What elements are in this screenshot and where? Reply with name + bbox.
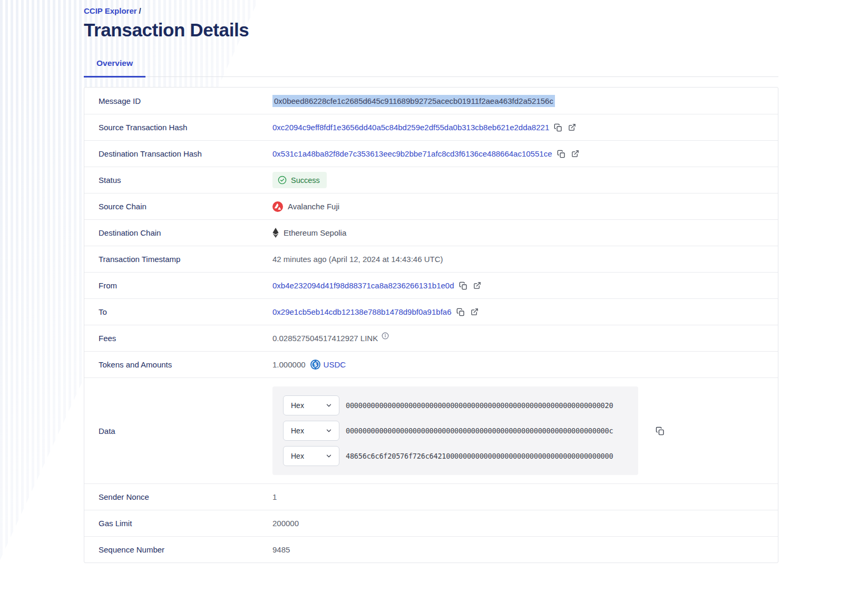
data-format-select[interactable]: Hex (283, 446, 339, 466)
tab-overview[interactable]: Overview (84, 59, 145, 77)
external-link-icon[interactable] (571, 150, 579, 158)
row-data: Data Hex 0000000000000000000000000000000… (84, 377, 778, 483)
status-value: Success (291, 176, 320, 185)
source-tx-hash-link[interactable]: 0xc2094c9eff8fdf1e3656dd40a5c84bd259e2df… (272, 123, 549, 132)
dest-chain-value: Ethereum Sepolia (284, 228, 346, 237)
row-tokens-and-amounts: Tokens and Amounts 1.000000 $ USDC (84, 351, 778, 377)
page-title: Transaction Details (84, 20, 778, 41)
info-icon[interactable] (382, 332, 389, 340)
sequence-number-label: Sequence Number (84, 545, 272, 554)
data-line: Hex 000000000000000000000000000000000000… (283, 395, 628, 415)
from-address-link[interactable]: 0xb4e232094d41f98d88371ca8a8236266131b1e… (272, 281, 454, 290)
transaction-details-table: Message ID 0x0beed86228cfe1c2685d645c911… (84, 87, 778, 563)
to-address-link[interactable]: 0x29e1cb5eb14cdb12138e788b1478d9bf0a91bf… (272, 307, 452, 316)
row-message-id: Message ID 0x0beed86228cfe1c2685d645c911… (84, 88, 778, 114)
ethereum-icon (272, 228, 279, 238)
copy-icon[interactable] (656, 427, 665, 435)
row-to: To 0x29e1cb5eb14cdb12138e788b1478d9bf0a9… (84, 298, 778, 325)
row-sender-nonce: Sender Nonce 1 (84, 483, 778, 510)
chevron-down-icon (325, 402, 333, 409)
data-hex-value: 0000000000000000000000000000000000000000… (346, 427, 613, 435)
source-chain-value: Avalanche Fuji (288, 202, 339, 211)
data-line: Hex 000000000000000000000000000000000000… (283, 421, 628, 441)
row-transaction-timestamp: Transaction Timestamp 42 minutes ago (Ap… (84, 246, 778, 272)
data-label: Data (84, 427, 272, 435)
external-link-icon[interactable] (568, 123, 576, 131)
data-panel: Hex 000000000000000000000000000000000000… (272, 386, 638, 475)
row-destination-chain: Destination Chain Ethereum Sepolia (84, 219, 778, 246)
from-label: From (84, 281, 272, 290)
copy-icon[interactable] (456, 308, 465, 316)
sequence-number-value: 9485 (272, 545, 290, 554)
data-format-value: Hex (291, 452, 304, 460)
dest-tx-label: Destination Transaction Hash (84, 149, 272, 158)
row-gas-limit: Gas Limit 200000 (84, 510, 778, 536)
token-amount: 1.000000 (272, 360, 306, 369)
row-fees: Fees 0.028527504517412927 LINK (84, 325, 778, 351)
timestamp-label: Transaction Timestamp (84, 255, 272, 264)
data-hex-value: 0000000000000000000000000000000000000000… (346, 401, 613, 410)
row-source-chain: Source Chain Avalanche Fuji (84, 193, 778, 219)
svg-text:$: $ (314, 362, 317, 367)
tokens-label: Tokens and Amounts (84, 360, 272, 369)
avalanche-icon (272, 201, 283, 212)
row-from: From 0xb4e232094d41f98d88371ca8a82362661… (84, 272, 778, 298)
source-chain-label: Source Chain (84, 202, 272, 211)
breadcrumb-ccip-explorer-link[interactable]: CCIP Explorer (84, 6, 137, 15)
data-format-select[interactable]: Hex (283, 421, 339, 441)
fees-value: 0.028527504517412927 LINK (272, 334, 378, 343)
token-link[interactable]: $ USDC (310, 360, 346, 370)
data-format-value: Hex (291, 427, 304, 435)
row-sequence-number: Sequence Number 9485 (84, 536, 778, 563)
status-label: Status (84, 176, 272, 185)
external-link-icon[interactable] (471, 308, 479, 316)
data-line: Hex 48656c6c6f20576f726c6421000000000000… (283, 446, 628, 466)
chevron-down-icon (325, 427, 333, 434)
to-label: To (84, 307, 272, 316)
dest-tx-hash-link[interactable]: 0x531c1a48ba82f8de7c353613eec9b2bbe71afc… (272, 149, 552, 158)
sender-nonce-value: 1 (272, 492, 277, 501)
copy-icon[interactable] (459, 282, 467, 290)
breadcrumb-separator: / (139, 6, 141, 15)
tab-bar: Overview (84, 59, 778, 77)
dest-chain-label: Destination Chain (84, 228, 272, 237)
message-id-label: Message ID (84, 96, 272, 105)
check-circle-icon (278, 176, 287, 185)
transaction-details-page: CCIP Explorer/ Transaction Details Overv… (84, 0, 778, 563)
external-link-icon[interactable] (473, 282, 481, 289)
copy-icon[interactable] (554, 123, 562, 132)
breadcrumb: CCIP Explorer/ (84, 6, 778, 15)
row-source-transaction-hash: Source Transaction Hash 0xc2094c9eff8fdf… (84, 114, 778, 140)
data-format-value: Hex (291, 401, 304, 410)
token-symbol: USDC (324, 360, 346, 369)
copy-icon[interactable] (557, 150, 565, 158)
status-badge: Success (272, 172, 327, 188)
message-id-value: 0x0beed86228cfe1c2685d645c911689b92725ac… (272, 95, 555, 107)
source-tx-label: Source Transaction Hash (84, 123, 272, 132)
timestamp-value: 42 minutes ago (April 12, 2024 at 14:43:… (272, 255, 443, 264)
chevron-down-icon (325, 452, 333, 460)
gas-limit-value: 200000 (272, 519, 299, 528)
gas-limit-label: Gas Limit (84, 519, 272, 528)
row-destination-transaction-hash: Destination Transaction Hash 0x531c1a48b… (84, 140, 778, 167)
usdc-icon: $ (310, 360, 320, 370)
sender-nonce-label: Sender Nonce (84, 492, 272, 501)
fees-label: Fees (84, 334, 272, 343)
data-hex-value: 48656c6c6f20576f726c64210000000000000000… (346, 452, 613, 460)
row-status: Status Success (84, 167, 778, 193)
data-format-select[interactable]: Hex (283, 395, 339, 415)
